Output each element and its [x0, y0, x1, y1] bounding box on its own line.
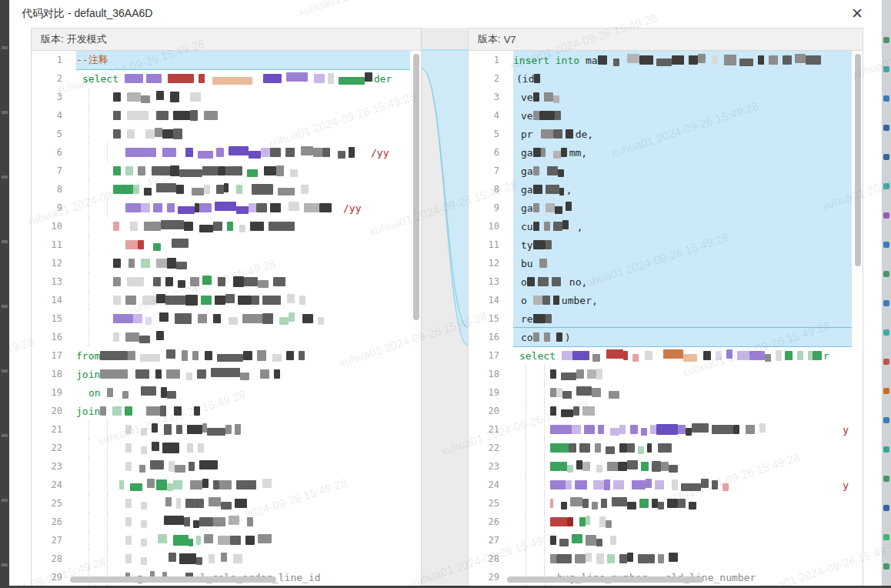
redacted-block: [227, 222, 233, 231]
redacted-block: [712, 425, 733, 434]
code-trail-text: ,: [566, 184, 572, 195]
code-line: 9/yy: [32, 199, 421, 217]
redacted-block: [213, 480, 219, 489]
redacted-block: [185, 499, 195, 508]
line-number: 27: [469, 535, 513, 546]
indent-guide: [107, 143, 108, 162]
background-app-icon: [883, 388, 889, 394]
redacted-block: [632, 480, 646, 489]
code-text: ma: [586, 55, 598, 66]
redacted-block: [592, 388, 601, 397]
line-number: 13: [469, 276, 513, 287]
code-line: 25: [469, 494, 863, 513]
redacted-block: [553, 95, 559, 103]
redacted-block: [199, 225, 213, 232]
redacted-block: [141, 539, 147, 546]
code-text: ve: [521, 110, 533, 122]
line-number: 4: [32, 110, 76, 121]
code-line: 22: [469, 439, 863, 457]
redaction-gap: [739, 429, 746, 430]
left-horizontal-scrollbar[interactable]: [70, 576, 276, 583]
redacted-block: [533, 314, 546, 323]
redacted-block: [619, 443, 627, 453]
redaction-gap: [135, 263, 141, 264]
redaction-gap: [121, 263, 128, 264]
left-vertical-scrollbar[interactable]: [413, 54, 419, 320]
background-sidebar-mark: [2, 563, 8, 566]
code-line: 16co): [469, 328, 863, 346]
indent-guide: [526, 550, 526, 568]
redacted-block: [641, 428, 647, 436]
redacted-block: [553, 151, 561, 159]
redacted-block: [661, 462, 669, 471]
redacted-block: [598, 425, 604, 434]
redacted-block: [797, 351, 803, 360]
redacted-block: [190, 92, 201, 102]
redacted-block: [639, 499, 649, 508]
line-number: 11: [32, 239, 76, 250]
code-line: 11ty: [469, 236, 863, 254]
redacted-block: [550, 388, 556, 397]
redaction-gap: [210, 189, 216, 190]
redacted-block: [130, 222, 138, 231]
redacted-block: [655, 480, 664, 489]
redaction-gap: [221, 319, 229, 319]
indent-guide: [544, 513, 545, 531]
redacted-block: [596, 465, 602, 473]
redacted-block: [678, 499, 686, 508]
code-text: ga: [521, 202, 533, 214]
redacted-block: [125, 554, 132, 563]
redacted-block: [229, 146, 249, 155]
line-number: 25: [32, 498, 76, 509]
close-button[interactable]: ✕: [851, 5, 863, 22]
redacted-block: [195, 499, 204, 508]
code-line-content: y: [513, 420, 852, 439]
redacted-block: [167, 483, 173, 491]
redaction-gap: [132, 522, 141, 523]
line-number: 28: [469, 553, 513, 564]
redacted-block: [204, 534, 213, 543]
redacted-block: [164, 516, 184, 525]
redacted-block: [619, 425, 626, 434]
redaction-gap: [101, 393, 107, 393]
redaction-gap: [706, 60, 712, 61]
redacted-block: [592, 502, 598, 509]
sql-keyword: insert into: [513, 55, 586, 66]
redacted-block: [769, 55, 778, 65]
redacted-block: [146, 406, 160, 416]
redacted-block: [795, 54, 806, 63]
redacted-block: [145, 317, 152, 325]
redacted-block: [561, 148, 567, 157]
code-text: ga: [521, 165, 533, 177]
right-vertical-scrollbar[interactable]: [855, 54, 861, 266]
right-pane-header: 版本: V7: [469, 28, 863, 51]
redacted-block: [566, 480, 572, 489]
indent-guide: [107, 513, 108, 531]
redaction-gap: [281, 300, 287, 301]
code-line-content: [76, 291, 410, 309]
code-text: o: [521, 276, 527, 288]
redacted-block: [776, 350, 782, 361]
code-line-content: ve: [513, 88, 852, 106]
redacted-block: [652, 499, 658, 508]
redacted-block: [133, 185, 139, 194]
code-line-content: insert into ma: [513, 51, 852, 69]
redacted-block: [175, 465, 185, 473]
redaction-gap: [147, 522, 164, 523]
line-number: 3: [469, 92, 513, 102]
redaction-gap: [711, 356, 716, 356]
redacted-block: [184, 517, 190, 526]
redacted-block: [627, 553, 633, 562]
redaction-gap: [150, 263, 156, 264]
indent-guide: [544, 439, 545, 457]
redacted-block: [165, 277, 173, 286]
right-horizontal-scrollbar[interactable]: [507, 576, 704, 583]
redaction-gap: [152, 319, 159, 319]
indent-guide: [526, 457, 526, 476]
indent-guide: [88, 328, 89, 346]
redacted-block: [652, 461, 661, 472]
redacted-block: [285, 148, 295, 157]
redacted-block: [127, 129, 135, 139]
redacted-block: [216, 185, 224, 194]
indent-guide: [526, 402, 526, 420]
